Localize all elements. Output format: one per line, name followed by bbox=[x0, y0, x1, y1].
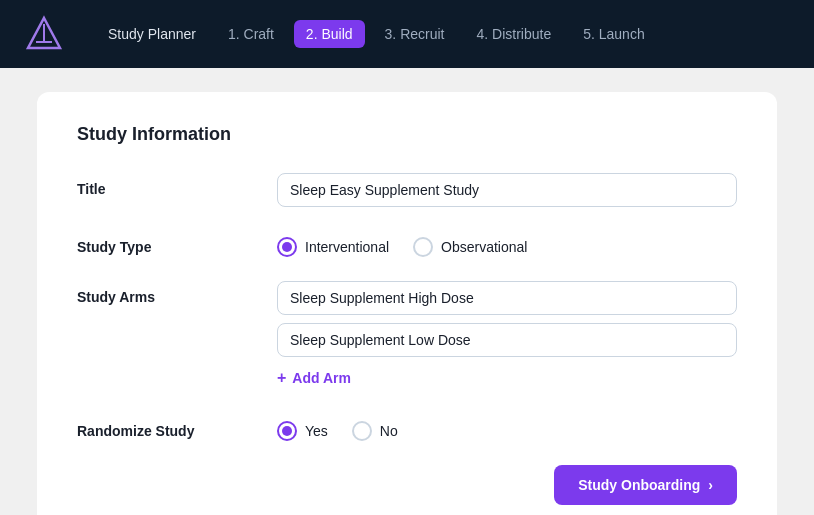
submit-row: Study Onboarding › bbox=[77, 465, 737, 505]
study-type-row: Study Type Interventional Observational bbox=[77, 231, 737, 257]
interventional-radio[interactable]: Interventional bbox=[277, 237, 389, 257]
study-arms-label: Study Arms bbox=[77, 281, 277, 305]
add-arm-button[interactable]: + Add Arm bbox=[277, 365, 351, 391]
arm-2-input[interactable] bbox=[277, 323, 737, 357]
nav-links: Study Planner 1. Craft 2. Build 3. Recru… bbox=[96, 20, 790, 48]
card-title: Study Information bbox=[77, 124, 737, 145]
no-radio-outer bbox=[352, 421, 372, 441]
title-control bbox=[277, 173, 737, 207]
yes-radio-inner bbox=[282, 426, 292, 436]
randomize-row: Randomize Study Yes No bbox=[77, 415, 737, 441]
yes-radio-label: Yes bbox=[305, 423, 328, 439]
submit-label: Study Onboarding bbox=[578, 477, 700, 493]
observational-radio[interactable]: Observational bbox=[413, 237, 527, 257]
nav-recruit[interactable]: 3. Recruit bbox=[373, 20, 457, 48]
yes-radio-outer bbox=[277, 421, 297, 441]
study-information-card: Study Information Title Study Type Inter… bbox=[37, 92, 777, 515]
title-row: Title bbox=[77, 173, 737, 207]
randomize-label: Randomize Study bbox=[77, 415, 277, 439]
observational-radio-label: Observational bbox=[441, 239, 527, 255]
nav-build[interactable]: 2. Build bbox=[294, 20, 365, 48]
add-arm-label: Add Arm bbox=[292, 370, 351, 386]
study-onboarding-button[interactable]: Study Onboarding › bbox=[554, 465, 737, 505]
title-input[interactable] bbox=[277, 173, 737, 207]
no-radio[interactable]: No bbox=[352, 421, 398, 441]
interventional-radio-outer bbox=[277, 237, 297, 257]
nav-distribute[interactable]: 4. Distribute bbox=[464, 20, 563, 48]
study-arms-row: Study Arms + Add Arm bbox=[77, 281, 737, 391]
navbar: Study Planner 1. Craft 2. Build 3. Recru… bbox=[0, 0, 814, 68]
plus-icon: + bbox=[277, 369, 286, 387]
no-radio-label: No bbox=[380, 423, 398, 439]
randomize-control: Yes No bbox=[277, 415, 737, 441]
nav-launch[interactable]: 5. Launch bbox=[571, 20, 657, 48]
arm-1-wrap bbox=[277, 281, 737, 315]
interventional-radio-label: Interventional bbox=[305, 239, 389, 255]
logo-icon bbox=[24, 14, 64, 54]
main-content: Study Information Title Study Type Inter… bbox=[0, 68, 814, 515]
interventional-radio-inner bbox=[282, 242, 292, 252]
arm-2-wrap bbox=[277, 323, 737, 357]
study-type-label: Study Type bbox=[77, 231, 277, 255]
randomize-radio-group: Yes No bbox=[277, 415, 737, 441]
yes-radio[interactable]: Yes bbox=[277, 421, 328, 441]
nav-craft[interactable]: 1. Craft bbox=[216, 20, 286, 48]
title-label: Title bbox=[77, 173, 277, 197]
study-type-radio-group: Interventional Observational bbox=[277, 231, 737, 257]
arm-1-input[interactable] bbox=[277, 281, 737, 315]
nav-study-planner[interactable]: Study Planner bbox=[96, 20, 208, 48]
study-type-control: Interventional Observational bbox=[277, 231, 737, 257]
study-arms-control: + Add Arm bbox=[277, 281, 737, 391]
observational-radio-outer bbox=[413, 237, 433, 257]
arrow-right-icon: › bbox=[708, 477, 713, 493]
